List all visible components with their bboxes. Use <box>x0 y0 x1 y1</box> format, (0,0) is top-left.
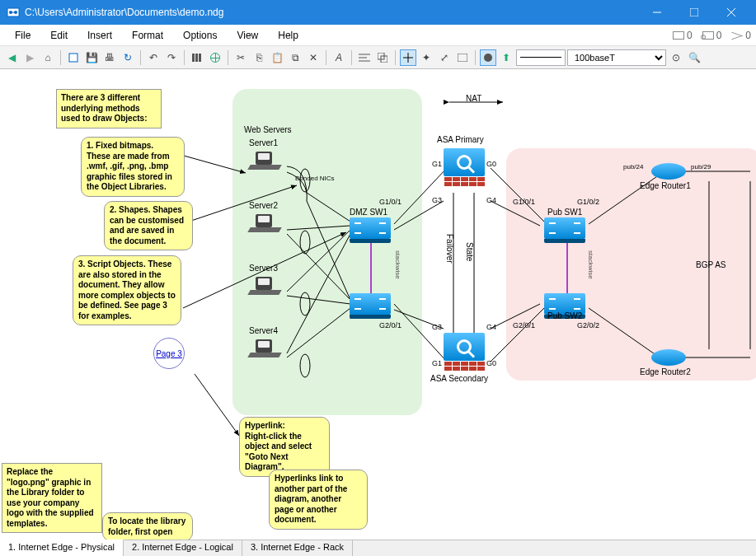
home-button[interactable]: ⌂ <box>40 49 56 66</box>
maximize-button[interactable] <box>675 0 712 25</box>
tab-rack[interactable]: 3. Internet Edge - Rack <box>242 540 353 556</box>
tab-physical[interactable]: 1. Internet Edge - Physical <box>0 540 124 556</box>
asa2-g3: G3 <box>432 323 442 331</box>
asa2-g4: G4 <box>486 323 496 331</box>
edge-router1-icon[interactable] <box>651 163 686 180</box>
server1-label: Server1 <box>249 138 278 147</box>
node-count: 0 <box>716 30 722 41</box>
menu-help[interactable]: Help <box>268 27 308 44</box>
bonded-label: Bonded NICs <box>295 175 335 182</box>
toolbar: ◀ ▶ ⌂ 💾 🖶 ↻ ↶ ↷ ✂ ⎘ 📋 ⧉ ✕ A ✦ ⤢ ⬆ 100bas… <box>0 46 756 69</box>
cut-button[interactable]: ✂ <box>232 49 249 66</box>
align-button[interactable] <box>356 49 373 66</box>
zoom-reset-button[interactable]: ⊙ <box>668 49 684 66</box>
group-button[interactable] <box>374 49 391 66</box>
note-hyperlink: Hyperlink: Right-click the object and se… <box>239 417 330 477</box>
pub-g102: G1/0/2 <box>577 198 599 206</box>
asa1-g4: G4 <box>486 196 496 204</box>
zoom-tool[interactable]: 🔍 <box>686 49 702 66</box>
svg-rect-8 <box>69 54 77 62</box>
rect-count: 0 <box>687 30 693 41</box>
new-button[interactable] <box>65 49 82 66</box>
server2-label: Server2 <box>249 201 278 210</box>
menu-options[interactable]: Options <box>173 27 227 44</box>
globe-button[interactable] <box>207 49 223 66</box>
note-locate: To locate the library folder, first open <box>102 512 193 540</box>
server1-icon[interactable] <box>249 150 280 178</box>
svg-point-2 <box>14 11 17 14</box>
tab-logical[interactable]: 2. Internet Edge - Logical <box>124 540 242 556</box>
server3-icon[interactable] <box>249 275 280 303</box>
svg-point-27 <box>300 292 310 315</box>
rect-tool[interactable] <box>454 49 471 66</box>
dmz1-label: DMZ SW1 <box>350 208 387 217</box>
stackwise-pub: stackwise <box>587 250 594 279</box>
node-tool[interactable]: ✦ <box>418 49 434 66</box>
refresh-button[interactable]: ↻ <box>120 49 136 66</box>
app-icon <box>7 6 20 19</box>
er2-label: Edge Router2 <box>640 367 691 376</box>
pub1-label: Pub SW1 <box>547 208 582 217</box>
failover-label: Failover <box>445 234 454 264</box>
back-button[interactable]: ◀ <box>3 49 20 66</box>
note-logo: Replace the "logo.png" graphic in the Li… <box>2 463 102 533</box>
link-type-select[interactable]: 100baseT <box>567 49 666 66</box>
print-button[interactable]: 🖶 <box>101 49 118 66</box>
pub-sw1-icon[interactable] <box>544 217 585 239</box>
canvas[interactable]: Web Servers Server1 Server2 Server3 Serv… <box>0 69 756 540</box>
link-tool[interactable]: ⬆ <box>498 49 514 66</box>
forward-button[interactable]: ▶ <box>21 49 38 66</box>
delete-button[interactable]: ✕ <box>305 49 322 66</box>
asa1-g1: G1 <box>432 160 442 168</box>
menu-edit[interactable]: Edit <box>40 27 77 44</box>
menu-file[interactable]: File <box>5 27 40 44</box>
page3-link[interactable]: Page 3 <box>153 338 185 369</box>
dmz-sw1-icon[interactable] <box>350 217 391 239</box>
link-count: 0 <box>745 30 751 41</box>
web-servers-label: Web Servers <box>244 125 292 134</box>
save-button[interactable]: 💾 <box>83 49 100 66</box>
note-methods: There are 3 different underlying methods… <box>56 89 162 128</box>
svg-point-1 <box>9 11 12 14</box>
note-hyperlinks-to: Hyperlinks link to another part of the d… <box>269 470 368 530</box>
line-style-picker[interactable] <box>516 49 566 66</box>
library-button[interactable] <box>189 49 205 66</box>
asa2-g0: G0 <box>486 359 496 367</box>
scale-tool[interactable]: ⤢ <box>436 49 453 66</box>
server2-icon[interactable] <box>249 213 280 241</box>
text-tool[interactable]: A <box>331 49 347 66</box>
svg-rect-10 <box>195 54 198 62</box>
menu-view[interactable]: View <box>227 27 268 44</box>
asa-primary-icon[interactable] <box>444 148 485 186</box>
svg-point-20 <box>484 54 492 62</box>
note-scripts: 3. Script Objects. These are also stored… <box>73 255 181 325</box>
duplicate-button[interactable]: ⧉ <box>287 49 303 66</box>
asa-secondary-icon[interactable] <box>444 333 485 371</box>
select-tool[interactable] <box>400 49 416 66</box>
menu-insert[interactable]: Insert <box>77 27 122 44</box>
state-label: State <box>465 242 474 261</box>
redo-button[interactable]: ↷ <box>163 49 180 66</box>
nat-label: NAT <box>466 94 481 103</box>
svg-line-24 <box>195 374 239 436</box>
paste-button[interactable]: 📋 <box>269 49 285 66</box>
dmz-g101: G1/0/1 <box>379 198 401 206</box>
pub-g201: G2/0/1 <box>513 321 535 329</box>
undo-button[interactable]: ↶ <box>145 49 162 66</box>
asa2-g1: G1 <box>432 359 442 367</box>
menu-format[interactable]: Format <box>122 27 173 44</box>
note-shapes: 2. Shapes. Shapes can be customised and … <box>104 201 193 250</box>
close-button[interactable] <box>712 0 749 25</box>
er1-label: Edge Router1 <box>640 181 691 190</box>
server4-icon[interactable] <box>249 338 280 366</box>
minimize-button[interactable] <box>638 0 675 25</box>
titlebar: C:\Users\Administrator\Documents\demo.nd… <box>0 0 756 25</box>
svg-line-37 <box>491 168 544 222</box>
copy-button[interactable]: ⎘ <box>251 49 267 66</box>
asa1-label: ASA Primary <box>437 135 484 144</box>
stackwise-dmz: stackwise <box>394 250 401 279</box>
svg-rect-11 <box>199 54 201 62</box>
grid-tool[interactable] <box>480 49 496 66</box>
edge-router2-icon[interactable] <box>651 349 686 366</box>
dmz-sw2-icon[interactable] <box>350 293 391 315</box>
